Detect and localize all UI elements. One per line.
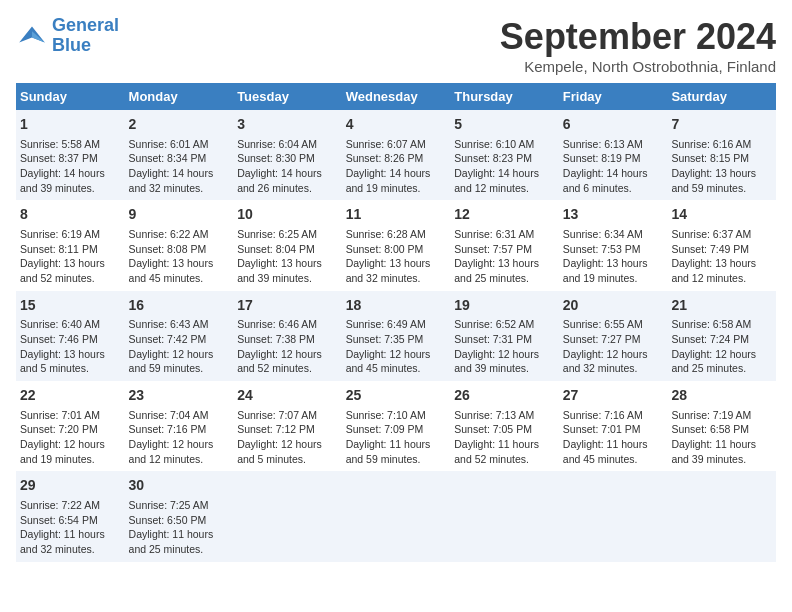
calendar-cell: 5Sunrise: 6:10 AMSunset: 8:23 PMDaylight…: [450, 110, 559, 200]
day-number: 22: [20, 386, 121, 406]
calendar-cell: 9Sunrise: 6:22 AMSunset: 8:08 PMDaylight…: [125, 200, 234, 290]
calendar-cell: 24Sunrise: 7:07 AMSunset: 7:12 PMDayligh…: [233, 381, 342, 471]
calendar-cell: 23Sunrise: 7:04 AMSunset: 7:16 PMDayligh…: [125, 381, 234, 471]
day-number: 1: [20, 115, 121, 135]
calendar-cell: 14Sunrise: 6:37 AMSunset: 7:49 PMDayligh…: [667, 200, 776, 290]
day-info: Sunrise: 6:25 AMSunset: 8:04 PMDaylight:…: [237, 227, 338, 286]
logo-icon: [16, 20, 48, 52]
day-info: Sunrise: 6:37 AMSunset: 7:49 PMDaylight:…: [671, 227, 772, 286]
calendar-cell: 8Sunrise: 6:19 AMSunset: 8:11 PMDaylight…: [16, 200, 125, 290]
week-row-5: 29Sunrise: 7:22 AMSunset: 6:54 PMDayligh…: [16, 471, 776, 561]
calendar-cell: 25Sunrise: 7:10 AMSunset: 7:09 PMDayligh…: [342, 381, 451, 471]
calendar-cell: 4Sunrise: 6:07 AMSunset: 8:26 PMDaylight…: [342, 110, 451, 200]
week-row-2: 8Sunrise: 6:19 AMSunset: 8:11 PMDaylight…: [16, 200, 776, 290]
day-info: Sunrise: 6:01 AMSunset: 8:34 PMDaylight:…: [129, 137, 230, 196]
month-title: September 2024: [500, 16, 776, 58]
day-info: Sunrise: 6:28 AMSunset: 8:00 PMDaylight:…: [346, 227, 447, 286]
day-info: Sunrise: 6:07 AMSunset: 8:26 PMDaylight:…: [346, 137, 447, 196]
day-info: Sunrise: 7:01 AMSunset: 7:20 PMDaylight:…: [20, 408, 121, 467]
day-info: Sunrise: 5:58 AMSunset: 8:37 PMDaylight:…: [20, 137, 121, 196]
day-number: 21: [671, 296, 772, 316]
header-monday: Monday: [125, 83, 234, 110]
day-number: 9: [129, 205, 230, 225]
calendar-cell: [667, 471, 776, 561]
day-number: 25: [346, 386, 447, 406]
day-info: Sunrise: 7:13 AMSunset: 7:05 PMDaylight:…: [454, 408, 555, 467]
day-info: Sunrise: 6:46 AMSunset: 7:38 PMDaylight:…: [237, 317, 338, 376]
day-info: Sunrise: 7:25 AMSunset: 6:50 PMDaylight:…: [129, 498, 230, 557]
day-number: 8: [20, 205, 121, 225]
day-info: Sunrise: 6:52 AMSunset: 7:31 PMDaylight:…: [454, 317, 555, 376]
day-number: 15: [20, 296, 121, 316]
header-wednesday: Wednesday: [342, 83, 451, 110]
week-row-4: 22Sunrise: 7:01 AMSunset: 7:20 PMDayligh…: [16, 381, 776, 471]
calendar-cell: 11Sunrise: 6:28 AMSunset: 8:00 PMDayligh…: [342, 200, 451, 290]
day-number: 26: [454, 386, 555, 406]
header-thursday: Thursday: [450, 83, 559, 110]
day-number: 29: [20, 476, 121, 496]
day-number: 11: [346, 205, 447, 225]
calendar-cell: 28Sunrise: 7:19 AMSunset: 6:58 PMDayligh…: [667, 381, 776, 471]
calendar-cell: 3Sunrise: 6:04 AMSunset: 8:30 PMDaylight…: [233, 110, 342, 200]
day-number: 17: [237, 296, 338, 316]
calendar-cell: 10Sunrise: 6:25 AMSunset: 8:04 PMDayligh…: [233, 200, 342, 290]
calendar-cell: 13Sunrise: 6:34 AMSunset: 7:53 PMDayligh…: [559, 200, 668, 290]
calendar-cell: 17Sunrise: 6:46 AMSunset: 7:38 PMDayligh…: [233, 291, 342, 381]
day-info: Sunrise: 6:34 AMSunset: 7:53 PMDaylight:…: [563, 227, 664, 286]
calendar-cell: 2Sunrise: 6:01 AMSunset: 8:34 PMDaylight…: [125, 110, 234, 200]
day-info: Sunrise: 7:04 AMSunset: 7:16 PMDaylight:…: [129, 408, 230, 467]
week-row-1: 1Sunrise: 5:58 AMSunset: 8:37 PMDaylight…: [16, 110, 776, 200]
logo-text: General Blue: [52, 16, 119, 56]
calendar-cell: 7Sunrise: 6:16 AMSunset: 8:15 PMDaylight…: [667, 110, 776, 200]
day-info: Sunrise: 6:49 AMSunset: 7:35 PMDaylight:…: [346, 317, 447, 376]
calendar-table: SundayMondayTuesdayWednesdayThursdayFrid…: [16, 83, 776, 562]
calendar-cell: 19Sunrise: 6:52 AMSunset: 7:31 PMDayligh…: [450, 291, 559, 381]
day-number: 3: [237, 115, 338, 135]
day-number: 7: [671, 115, 772, 135]
day-info: Sunrise: 7:22 AMSunset: 6:54 PMDaylight:…: [20, 498, 121, 557]
calendar-cell: 16Sunrise: 6:43 AMSunset: 7:42 PMDayligh…: [125, 291, 234, 381]
day-number: 2: [129, 115, 230, 135]
day-info: Sunrise: 6:19 AMSunset: 8:11 PMDaylight:…: [20, 227, 121, 286]
calendar-cell: 30Sunrise: 7:25 AMSunset: 6:50 PMDayligh…: [125, 471, 234, 561]
day-number: 27: [563, 386, 664, 406]
day-number: 5: [454, 115, 555, 135]
day-number: 14: [671, 205, 772, 225]
day-number: 12: [454, 205, 555, 225]
calendar-cell: [559, 471, 668, 561]
calendar-cell: [342, 471, 451, 561]
day-info: Sunrise: 6:40 AMSunset: 7:46 PMDaylight:…: [20, 317, 121, 376]
day-number: 16: [129, 296, 230, 316]
day-info: Sunrise: 6:31 AMSunset: 7:57 PMDaylight:…: [454, 227, 555, 286]
calendar-cell: 21Sunrise: 6:58 AMSunset: 7:24 PMDayligh…: [667, 291, 776, 381]
calendar-cell: [450, 471, 559, 561]
header-row: SundayMondayTuesdayWednesdayThursdayFrid…: [16, 83, 776, 110]
day-number: 6: [563, 115, 664, 135]
day-number: 30: [129, 476, 230, 496]
header-friday: Friday: [559, 83, 668, 110]
logo: General Blue: [16, 16, 119, 56]
location-subtitle: Kempele, North Ostrobothnia, Finland: [500, 58, 776, 75]
day-info: Sunrise: 7:10 AMSunset: 7:09 PMDaylight:…: [346, 408, 447, 467]
calendar-cell: 29Sunrise: 7:22 AMSunset: 6:54 PMDayligh…: [16, 471, 125, 561]
calendar-cell: 6Sunrise: 6:13 AMSunset: 8:19 PMDaylight…: [559, 110, 668, 200]
calendar-cell: 12Sunrise: 6:31 AMSunset: 7:57 PMDayligh…: [450, 200, 559, 290]
day-number: 20: [563, 296, 664, 316]
day-info: Sunrise: 6:22 AMSunset: 8:08 PMDaylight:…: [129, 227, 230, 286]
svg-marker-1: [32, 31, 45, 42]
day-info: Sunrise: 6:43 AMSunset: 7:42 PMDaylight:…: [129, 317, 230, 376]
calendar-cell: 1Sunrise: 5:58 AMSunset: 8:37 PMDaylight…: [16, 110, 125, 200]
calendar-cell: 26Sunrise: 7:13 AMSunset: 7:05 PMDayligh…: [450, 381, 559, 471]
calendar-cell: 20Sunrise: 6:55 AMSunset: 7:27 PMDayligh…: [559, 291, 668, 381]
day-number: 10: [237, 205, 338, 225]
calendar-cell: 18Sunrise: 6:49 AMSunset: 7:35 PMDayligh…: [342, 291, 451, 381]
day-number: 18: [346, 296, 447, 316]
day-info: Sunrise: 7:07 AMSunset: 7:12 PMDaylight:…: [237, 408, 338, 467]
calendar-cell: [233, 471, 342, 561]
day-info: Sunrise: 6:13 AMSunset: 8:19 PMDaylight:…: [563, 137, 664, 196]
day-info: Sunrise: 6:16 AMSunset: 8:15 PMDaylight:…: [671, 137, 772, 196]
day-number: 24: [237, 386, 338, 406]
day-number: 19: [454, 296, 555, 316]
day-number: 23: [129, 386, 230, 406]
week-row-3: 15Sunrise: 6:40 AMSunset: 7:46 PMDayligh…: [16, 291, 776, 381]
